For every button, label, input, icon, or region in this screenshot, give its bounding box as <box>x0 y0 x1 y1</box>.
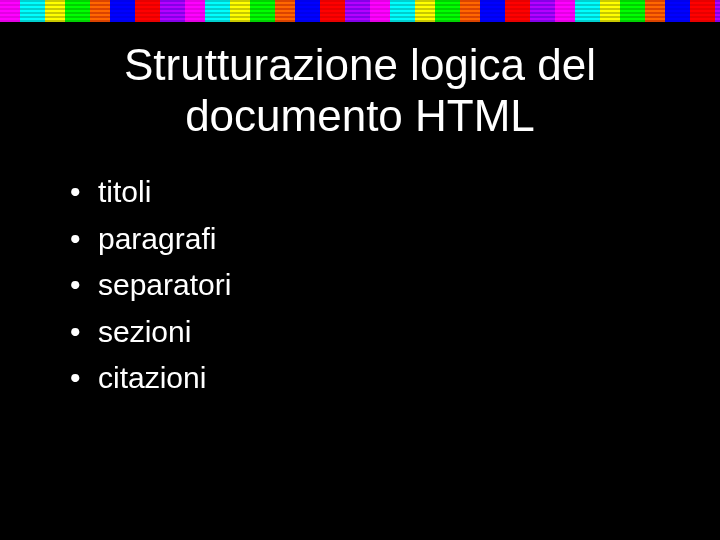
decorative-banner <box>0 0 720 22</box>
bullet-text: sezioni <box>98 315 191 348</box>
slide-title: Strutturazione logica del documento HTML <box>40 40 680 141</box>
bullet-text: separatori <box>98 268 231 301</box>
list-item: paragrafi <box>70 216 720 263</box>
list-item: sezioni <box>70 309 720 356</box>
slide: Strutturazione logica del documento HTML… <box>0 0 720 540</box>
bullet-text: paragrafi <box>98 222 216 255</box>
list-item: citazioni <box>70 355 720 402</box>
bullet-list: titoli paragrafi separatori sezioni cita… <box>70 169 720 402</box>
bullet-text: titoli <box>98 175 151 208</box>
list-item: separatori <box>70 262 720 309</box>
bullet-text: citazioni <box>98 361 206 394</box>
list-item: titoli <box>70 169 720 216</box>
